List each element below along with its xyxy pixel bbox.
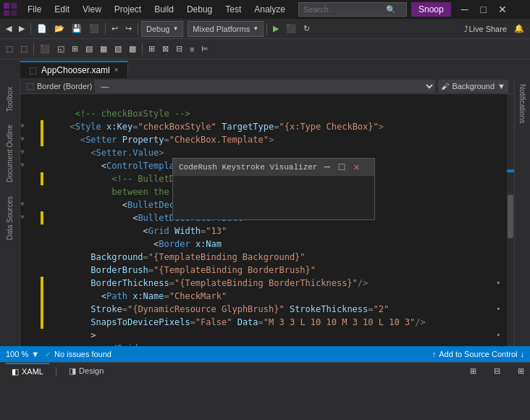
redo-button[interactable]: ↪ bbox=[122, 21, 135, 37]
ln bbox=[33, 290, 54, 303]
up-arrow-icon: ↑ bbox=[432, 350, 437, 358]
code-editor[interactable]: ▼ ▼ ▼ ▼ ▼ ▼ bbox=[20, 94, 514, 346]
data-sources-label[interactable]: Data Sources bbox=[6, 190, 14, 246]
search-input[interactable] bbox=[303, 5, 383, 14]
code-line: Background="{TemplateBinding Background}… bbox=[59, 251, 497, 264]
tab-appchooser[interactable]: ⬚ AppChooser.xaml × bbox=[20, 61, 128, 78]
stop-button[interactable]: ⬛ bbox=[283, 21, 299, 37]
ln bbox=[33, 224, 54, 238]
fold-3[interactable]: ▼ bbox=[20, 146, 25, 159]
xaml-btn4[interactable]: ▤ bbox=[83, 41, 96, 57]
snoop-button[interactable]: Snoop bbox=[411, 2, 451, 17]
tab-xaml[interactable]: ◧ XAML bbox=[6, 363, 49, 379]
undo-button[interactable]: ↩ bbox=[109, 21, 121, 37]
collapse-button[interactable]: ⊞ bbox=[464, 363, 482, 379]
xaml-btn1[interactable]: ⬛ bbox=[37, 41, 53, 57]
breadcrumb-dropdown[interactable]: — bbox=[95, 80, 435, 93]
gutter-marker-8 bbox=[41, 316, 43, 329]
breadcrumb-border[interactable]: Border (Border) bbox=[37, 82, 92, 91]
popup-restore-button[interactable]: □ bbox=[337, 161, 347, 174]
menu-view[interactable]: View bbox=[77, 1, 107, 17]
split-button[interactable]: ⊟ bbox=[488, 363, 506, 379]
xaml-btn2[interactable]: ◱ bbox=[54, 41, 67, 57]
menu-test[interactable]: Test bbox=[219, 1, 247, 17]
svg-rect-3 bbox=[11, 10, 17, 16]
menu-file[interactable]: File bbox=[22, 1, 47, 17]
scrollbar-thumb[interactable] bbox=[508, 195, 513, 238]
code-line: <Border x:Nam bbox=[59, 238, 497, 251]
source-control[interactable]: ↑ Add to Source Control ↓ bbox=[432, 350, 524, 358]
xaml-btn5[interactable]: ▦ bbox=[97, 41, 110, 57]
fold-4[interactable]: ▼ bbox=[20, 159, 25, 172]
align-btn[interactable]: ≡ bbox=[187, 41, 197, 57]
minimize-button[interactable]: ─ bbox=[455, 0, 474, 19]
gutter-marker-2 bbox=[41, 133, 43, 146]
xaml-nav1[interactable]: ⬚ bbox=[3, 41, 16, 57]
code-line: SnapsToDevicePixels="False" Data="M 3 3 … bbox=[59, 316, 497, 329]
debug-config-arrow: ▼ bbox=[172, 25, 178, 32]
right-sidebar: Notifications bbox=[514, 78, 530, 346]
ln bbox=[33, 211, 54, 224]
menu-debug[interactable]: Debug bbox=[181, 1, 218, 17]
debug-config-dropdown[interactable]: Debug ▼ bbox=[141, 21, 183, 37]
ln bbox=[33, 198, 54, 211]
xaml-btn3[interactable]: ⊞ bbox=[69, 41, 81, 57]
code-lines-container: ▼ ▼ ▼ ▼ ▼ ▼ bbox=[20, 94, 514, 346]
restore-button[interactable]: □ bbox=[474, 0, 493, 19]
menu-edit[interactable]: Edit bbox=[49, 1, 75, 17]
issues-status[interactable]: ✓ No issues found bbox=[45, 350, 112, 359]
align-btn2[interactable]: ⊨ bbox=[198, 41, 211, 57]
expand-button[interactable]: ⊞ bbox=[512, 363, 530, 379]
breadcrumb-right[interactable]: 🖌 Background ▼ bbox=[438, 80, 508, 93]
menubar: File Edit View Project Build Debug Test … bbox=[0, 0, 530, 19]
snap-btn[interactable]: ⊠ bbox=[159, 41, 172, 57]
code-line: Stroke="{DynamicResource GlyphBrush}" St… bbox=[59, 303, 497, 316]
feedback-button[interactable]: 🔔 bbox=[511, 21, 527, 37]
platform-dropdown[interactable]: Mixed Platforms ▼ bbox=[188, 21, 264, 37]
notifications-label[interactable]: Notifications bbox=[518, 78, 526, 129]
run-button[interactable]: ▶ bbox=[270, 21, 282, 37]
restart-button[interactable]: ↻ bbox=[300, 21, 313, 37]
ln bbox=[33, 277, 54, 290]
back-button[interactable]: ◀ bbox=[3, 21, 14, 37]
close-button[interactable]: ✕ bbox=[493, 0, 512, 19]
save-all-button[interactable]: ⬛ bbox=[86, 21, 102, 37]
tab-design[interactable]: ◨ Design bbox=[63, 363, 109, 379]
search-icon: 🔍 bbox=[386, 5, 396, 14]
fold-2[interactable]: ▼ bbox=[20, 133, 25, 146]
fold-6[interactable]: ▼ bbox=[20, 211, 25, 224]
code-line: <Path x:Name="CheckMark" bbox=[59, 290, 497, 303]
open-file-button[interactable]: 📂 bbox=[51, 21, 67, 37]
new-file-button[interactable]: 📄 bbox=[34, 21, 50, 37]
tb2-sep2 bbox=[142, 43, 143, 55]
xaml-btn6[interactable]: ▧ bbox=[112, 41, 125, 57]
fold-1[interactable]: ▼ bbox=[20, 120, 25, 133]
popup-minimize-button[interactable]: ─ bbox=[321, 161, 332, 174]
xaml-nav2[interactable]: ⬚ bbox=[17, 41, 30, 57]
tab-close-button[interactable]: × bbox=[114, 62, 119, 79]
zoom-level[interactable]: 100 % ▼ bbox=[6, 350, 39, 358]
app-logo bbox=[3, 2, 17, 17]
popup-close-button[interactable]: ✕ bbox=[351, 161, 361, 174]
xaml-btn7[interactable]: ▩ bbox=[126, 41, 139, 57]
search-box[interactable]: 🔍 bbox=[298, 2, 407, 17]
fold-5[interactable]: ▼ bbox=[20, 198, 25, 211]
document-outline-label[interactable]: Document Outline bbox=[6, 119, 14, 188]
snap-btn2[interactable]: ⊟ bbox=[173, 41, 185, 57]
tabs-bar: ⬚ AppChooser.xaml × bbox=[0, 59, 530, 78]
zoom-arrow: ▼ bbox=[31, 350, 39, 358]
toolbox-label[interactable]: Toolbox bbox=[6, 81, 14, 117]
tb2-sep1 bbox=[33, 43, 34, 55]
save-button[interactable]: 💾 bbox=[69, 21, 85, 37]
menu-project[interactable]: Project bbox=[109, 1, 147, 17]
live-share-button[interactable]: ⤴ Live Share bbox=[461, 21, 510, 37]
grid-btn[interactable]: ⊞ bbox=[146, 41, 158, 57]
menu-analyze[interactable]: Analyze bbox=[248, 1, 291, 17]
menu-build[interactable]: Build bbox=[148, 1, 180, 17]
forward-button[interactable]: ▶ bbox=[16, 21, 28, 37]
popup-body bbox=[173, 176, 374, 219]
ln bbox=[33, 107, 54, 120]
vertical-scrollbar[interactable] bbox=[507, 94, 514, 346]
statusbar: 100 % ▼ ✓ No issues found ↑ Add to Sourc… bbox=[0, 346, 530, 362]
toolbar1: ◀ ▶ 📄 📂 💾 ⬛ ↩ ↪ Debug ▼ Mixed Platforms … bbox=[0, 19, 530, 39]
